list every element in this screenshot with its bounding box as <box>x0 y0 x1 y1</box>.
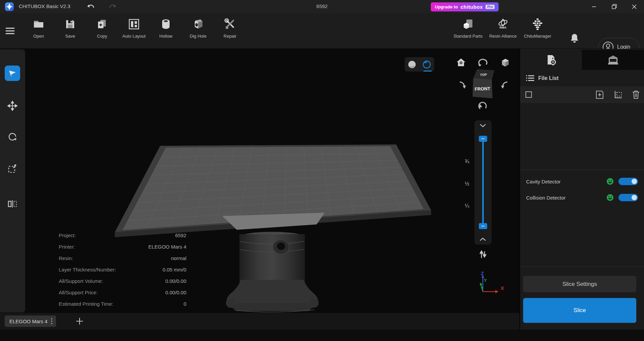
cavity-detector-row: Cavity Detector <box>526 176 638 187</box>
kebab-menu-icon[interactable] <box>51 318 53 325</box>
app-title: CHITUBOX Basic V2.3 <box>19 3 70 9</box>
tab-machine[interactable] <box>582 50 644 70</box>
auto-layout-button[interactable]: Auto Layout <box>120 17 148 45</box>
view-cube[interactable]: TOP FRONT <box>471 67 496 101</box>
info-value: normal <box>171 255 186 261</box>
rotate-left-button[interactable] <box>456 79 468 91</box>
add-plate-button[interactable] <box>72 315 87 327</box>
redo-button[interactable] <box>107 3 118 11</box>
rotate-icon <box>7 132 17 142</box>
printer-tab-label: ELEGOO Mars 4 <box>9 318 47 324</box>
info-value: 6592 <box>175 232 186 238</box>
render-mode-toggle[interactable] <box>405 57 434 72</box>
main-toolbar: Open Save Copy Auto Layout Hollow Dig Ho… <box>0 13 644 49</box>
mirror-tool-button[interactable] <box>5 196 20 212</box>
chitumanager-icon <box>532 17 544 31</box>
bell-icon <box>569 33 580 44</box>
solid-sphere-icon[interactable] <box>408 60 416 69</box>
smiley-status-icon <box>606 178 614 185</box>
fraction-one-half[interactable]: ½ <box>463 181 471 187</box>
upgrade-label: Upgrade to <box>435 4 458 9</box>
view-cube-top-label[interactable]: TOP <box>480 73 487 77</box>
list-icon <box>526 75 534 82</box>
auto-layout-icon <box>128 17 140 31</box>
info-label: All/Support Price: <box>59 290 98 295</box>
upgrade-to-pro-button[interactable]: Upgrade to chitubox Pro <box>431 2 499 11</box>
right-panel: File List Cavity Detector Collision Dete… <box>520 49 644 330</box>
mirror-icon <box>7 199 17 209</box>
copy-button[interactable]: Copy <box>88 17 117 45</box>
scale-icon <box>7 164 17 174</box>
model-mesh[interactable] <box>226 232 319 312</box>
save-icon <box>65 17 76 31</box>
delete-file-button[interactable] <box>631 90 641 100</box>
fraction-one-quarter[interactable]: ¼ <box>463 203 471 209</box>
z-slider-lower-handle[interactable] <box>479 223 487 229</box>
info-value: 0 <box>184 301 186 307</box>
repair-button[interactable]: Repair <box>216 17 244 45</box>
chitubox-brand-text: chitubox <box>461 4 483 10</box>
fraction-three-quarters[interactable]: ¾ <box>463 159 471 165</box>
resin-alliance-button[interactable]: RMA Resin Alliance <box>489 17 517 45</box>
scale-tool-button[interactable] <box>5 161 20 176</box>
info-label: Project: <box>59 232 76 238</box>
file-settings-icon <box>546 54 556 66</box>
tab-file-list[interactable] <box>520 50 582 70</box>
collision-detector-toggle[interactable] <box>618 194 638 201</box>
section-divider <box>520 266 644 267</box>
slider-step-up-button[interactable] <box>477 235 489 243</box>
info-label: Layer Thickness/Number: <box>59 267 116 272</box>
chitumanager-button[interactable]: ChituManager <box>523 17 552 45</box>
title-bar: CHITUBOX Basic V2.3 6592 Upgrade to chit… <box>0 0 644 13</box>
slice-settings-button[interactable]: Slice Settings <box>523 276 636 292</box>
swap-range-button[interactable] <box>477 249 489 261</box>
rma-badge-text: RMA <box>500 26 507 29</box>
select-tool-button[interactable] <box>5 66 20 81</box>
slider-step-down-button[interactable] <box>477 122 489 130</box>
perspective-cube-button[interactable] <box>498 56 512 69</box>
move-tool-button[interactable] <box>5 98 20 114</box>
close-button[interactable] <box>627 0 642 13</box>
open-button[interactable]: Open <box>24 17 53 45</box>
y-axis-label: Y <box>484 278 487 283</box>
hollow-button[interactable]: Hollow <box>151 17 180 45</box>
minimize-button[interactable] <box>587 0 601 13</box>
view-cube-front-label[interactable]: FRONT <box>474 86 491 92</box>
printer-icon <box>607 54 619 65</box>
home-view-button[interactable] <box>454 56 468 69</box>
z-slider-track[interactable] <box>482 141 484 224</box>
undo-button[interactable] <box>86 3 96 11</box>
cavity-detector-toggle[interactable] <box>618 178 638 185</box>
dig-hole-button[interactable]: Dig Hole <box>184 17 213 45</box>
notifications-button[interactable] <box>567 31 582 46</box>
standard-parts-button[interactable]: Standard Parts <box>454 17 482 45</box>
slice-button[interactable]: Slice <box>523 298 636 323</box>
transparent-sphere-icon[interactable] <box>422 60 431 69</box>
add-file-button[interactable] <box>595 90 605 100</box>
build-plate <box>115 144 431 237</box>
move-icon <box>7 101 17 111</box>
plate-tab-bar: ELEGOO Mars 4 <box>0 312 519 330</box>
rotate-right-button[interactable] <box>499 79 511 91</box>
restore-button[interactable] <box>607 0 622 13</box>
z-axis-label: Z <box>481 270 484 276</box>
info-value: 0.05 mm/0 <box>163 267 186 272</box>
app-logo-icon <box>5 2 14 11</box>
printer-plate-tab[interactable]: ELEGOO Mars 4 <box>5 315 56 327</box>
select-all-checkbox[interactable] <box>525 91 532 98</box>
select-cursor-icon <box>8 69 17 78</box>
info-label: Resin: <box>59 255 73 261</box>
info-label: All/Support Volume: <box>59 278 103 284</box>
z-slider-upper-handle[interactable] <box>479 136 487 142</box>
resin-alliance-icon: RMA <box>496 17 510 31</box>
collision-detector-row: Collision Detector <box>526 192 638 203</box>
rotate-up-button[interactable] <box>477 100 489 112</box>
layout-files-button[interactable] <box>613 90 623 100</box>
menu-button[interactable] <box>3 24 17 38</box>
viewport-3d[interactable]: Project:6592 Printer:ELEGOO Mars 4 Resin… <box>25 49 519 312</box>
rotate-tool-button[interactable] <box>5 129 20 144</box>
save-button[interactable]: Save <box>56 17 85 45</box>
bottom-strip <box>0 330 644 341</box>
file-list-header: File List <box>526 75 558 82</box>
dig-hole-icon <box>192 17 204 31</box>
